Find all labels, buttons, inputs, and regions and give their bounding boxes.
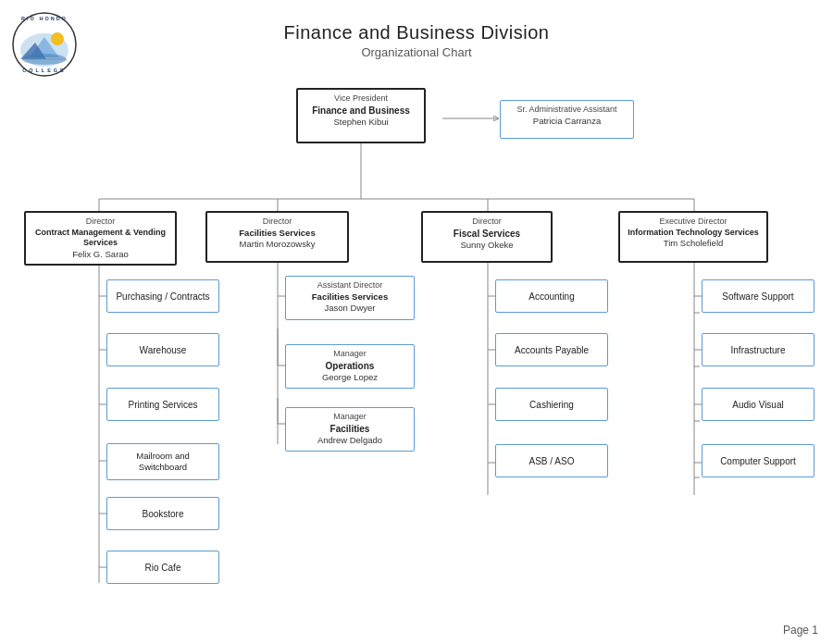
warehouse-box: Warehouse xyxy=(106,333,219,366)
accounting-box: Accounting xyxy=(495,279,608,313)
infrastructure-box: Infrastructure xyxy=(702,333,814,366)
vp-box: Vice President Finance and Business Step… xyxy=(296,88,426,143)
bookstore-box: Bookstore xyxy=(106,497,219,530)
dir1-box: Director Contract Management & Vending S… xyxy=(24,211,177,266)
dir3-box: Director Fiscal Services Sunny Okeke xyxy=(421,211,553,263)
logo: RIO HONDO COLLEGE xyxy=(11,11,78,78)
vp-dept: Finance and Business xyxy=(304,105,418,117)
printing-box: Printing Services xyxy=(106,388,219,421)
vp-name: Stephen Kibui xyxy=(304,117,418,128)
subtitle: Organizational Chart xyxy=(9,45,824,59)
main-title: Finance and Business Division xyxy=(9,22,824,43)
computer-box: Computer Support xyxy=(702,444,814,477)
software-box: Software Support xyxy=(702,279,814,313)
mgr-fac-box: Manager Facilities Andrew Delgado xyxy=(285,407,415,452)
asst-dir-box: Assistant Director Facilities Services J… xyxy=(285,276,415,320)
page: RIO HONDO COLLEGE Finance and Business D… xyxy=(0,0,833,644)
mgr-ops-box: Manager Operations George Lopez xyxy=(285,344,415,389)
sr-admin-title: Sr. Administrative Assistant xyxy=(506,105,628,116)
dir4-box: Executive Director Information Technolog… xyxy=(618,211,768,263)
vp-title: Vice President xyxy=(304,93,418,105)
asb-box: ASB / ASO xyxy=(495,444,608,477)
svg-point-6 xyxy=(51,32,64,45)
mailroom-box: Mailroom andSwitchboard xyxy=(106,443,219,480)
purchasing-box: Purchasing / Contracts xyxy=(106,279,219,313)
audio-visual-box: Audio Visual xyxy=(702,388,814,421)
sr-admin-box: Sr. Administrative Assistant Patricia Ca… xyxy=(500,100,634,139)
dir2-box: Director Facilities Services Martin Moro… xyxy=(205,211,349,263)
accounts-payable-box: Accounts Payable xyxy=(495,333,608,366)
page-title: Finance and Business Division Organizati… xyxy=(9,9,824,59)
svg-text:RIO HONDO: RIO HONDO xyxy=(21,16,68,21)
rio-cafe-box: Rio Cafe xyxy=(106,551,219,584)
svg-text:COLLEGE: COLLEGE xyxy=(22,68,67,73)
page-number: Page 1 xyxy=(783,624,818,637)
cashiering-box: Cashiering xyxy=(495,388,608,421)
sr-admin-name: Patricia Carranza xyxy=(506,116,628,127)
